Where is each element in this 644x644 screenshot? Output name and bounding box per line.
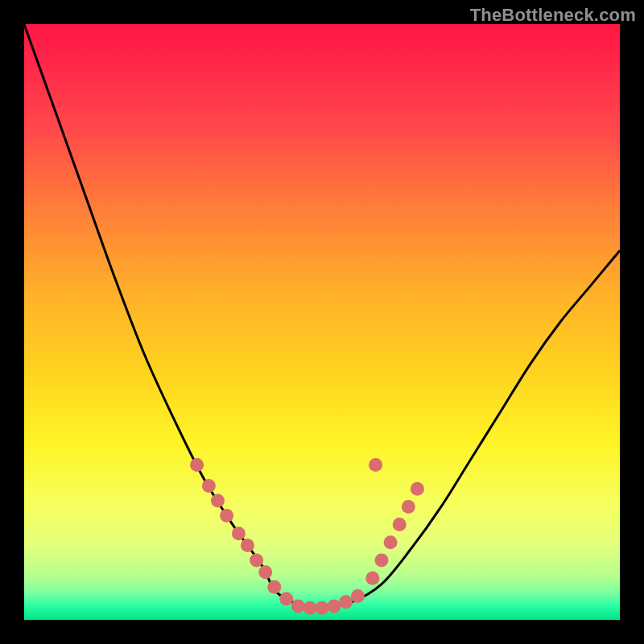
curve-marker (291, 599, 305, 613)
curve-marker (267, 580, 281, 594)
curve-marker (202, 479, 216, 493)
curve-marker (258, 565, 272, 579)
curve-marker (393, 518, 407, 531)
curve-marker (351, 589, 365, 603)
curve-marker (232, 526, 246, 540)
chart-frame (24, 24, 620, 620)
curve-marker (369, 458, 382, 472)
watermark-text: TheBottleneck.com (470, 5, 636, 26)
bottleneck-chart (24, 24, 620, 620)
curve-marker (316, 601, 329, 615)
gradient-background (24, 24, 620, 620)
curve-marker (303, 601, 317, 615)
curve-marker (211, 494, 225, 508)
curve-marker (327, 599, 341, 613)
curve-marker (411, 482, 424, 496)
curve-marker (220, 509, 233, 522)
curve-marker (375, 554, 389, 568)
curve-marker (190, 458, 204, 472)
curve-marker (339, 595, 353, 609)
curve-marker (384, 535, 398, 549)
curve-marker (279, 592, 293, 606)
curve-marker (250, 554, 263, 568)
curve-marker (241, 539, 254, 552)
curve-marker (402, 500, 415, 514)
curve-marker (365, 572, 379, 585)
